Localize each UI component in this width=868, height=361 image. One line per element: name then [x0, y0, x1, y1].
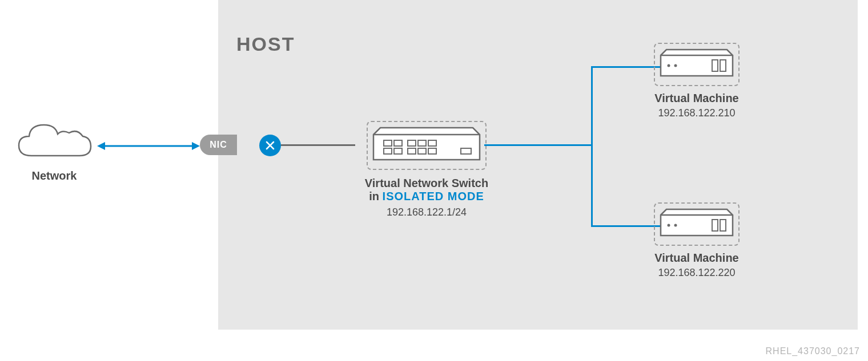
vm-1-ip: 192.168.122.210 [640, 107, 754, 119]
bidirectional-arrow-icon [97, 140, 200, 152]
switch-title: Virtual Network Switch [349, 177, 504, 190]
svg-point-23 [668, 224, 670, 227]
switch-mode: in ISOLATED MODE [349, 190, 504, 203]
connector-line [484, 144, 593, 146]
switch-device [367, 121, 487, 170]
network-label: Network [11, 169, 97, 182]
connector-line [281, 144, 355, 146]
server-icon [660, 48, 734, 78]
svg-point-19 [674, 64, 677, 67]
switch-mode-name: ISOLATED MODE [383, 190, 484, 202]
connector-line [591, 66, 593, 227]
blocked-icon [259, 135, 281, 156]
svg-point-18 [668, 64, 670, 67]
svg-marker-2 [192, 142, 200, 150]
nic-label: NIC [200, 135, 237, 155]
host-container: HOST Virt [218, 0, 858, 330]
server-icon [660, 208, 734, 238]
vm-2-label: Virtual Machine [640, 252, 754, 265]
vm-device [654, 202, 740, 246]
cloud-icon [11, 117, 97, 163]
vm-2-area: Virtual Machine 192.168.122.220 [640, 202, 754, 279]
svg-point-24 [674, 224, 677, 227]
vm-2-ip: 192.168.122.220 [640, 267, 754, 279]
switch-icon [372, 127, 481, 162]
host-label: HOST [236, 33, 295, 55]
svg-marker-1 [97, 142, 105, 150]
switch-mode-prefix: in [369, 190, 382, 202]
switch-ip: 192.168.122.1/24 [349, 206, 504, 218]
reference-id: RHEL_437030_0217 [766, 346, 860, 356]
switch-area: Virtual Network Switch in ISOLATED MODE … [349, 121, 504, 218]
vm-1-label: Virtual Machine [640, 92, 754, 105]
switch-labels: Virtual Network Switch in ISOLATED MODE … [349, 177, 504, 218]
network-area: Network [11, 117, 97, 182]
vm-1-area: Virtual Machine 192.168.122.210 [640, 43, 754, 119]
vm-device [654, 43, 740, 86]
